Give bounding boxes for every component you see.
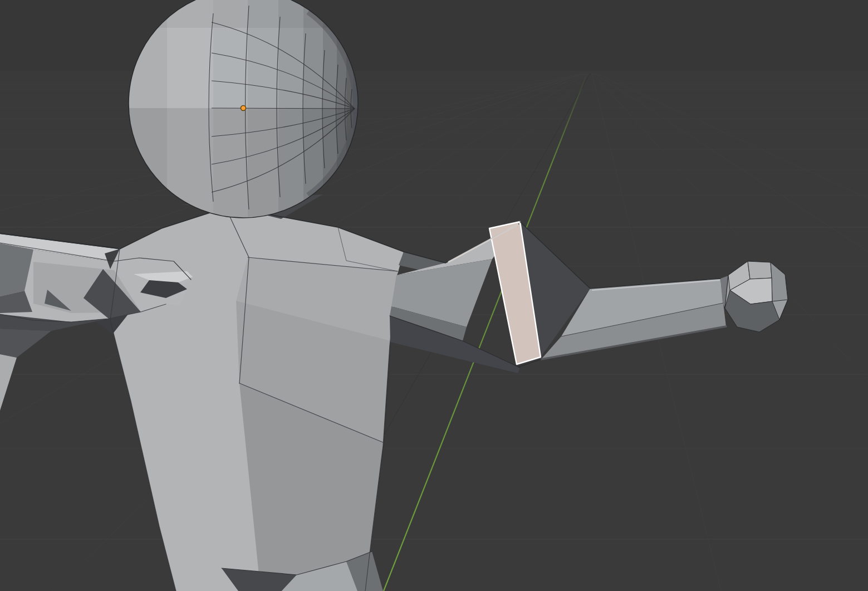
- fist-facet-topmid[interactable]: [748, 261, 772, 279]
- viewport-canvas[interactable]: [0, 0, 868, 591]
- sky-band: [0, 0, 868, 71]
- blender-3d-viewport[interactable]: [0, 0, 868, 591]
- object-origin-dot[interactable]: [241, 106, 246, 111]
